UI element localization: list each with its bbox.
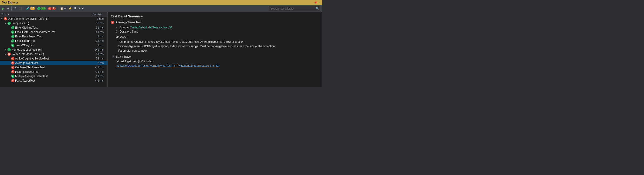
- stack-toggle[interactable]: −: [112, 55, 115, 58]
- status-icon: ✓: [11, 35, 14, 38]
- status-icon: ✕: [11, 70, 14, 73]
- item-duration: 1 ms: [89, 35, 107, 38]
- fail-icon: ✕: [8, 52, 11, 56]
- col-test-header[interactable]: Test ▲: [2, 13, 87, 15]
- search-button[interactable]: 🔍: [316, 7, 319, 10]
- list-item[interactable]: ✓ EmojiFaceSearchTest 1 ms: [0, 34, 107, 39]
- item-duration: 33 ms: [89, 22, 107, 25]
- test-list-panel: Test ▲ Duration ▼ ✕ UserSentimentAnalysi…: [0, 12, 108, 87]
- item-label: EmojiHeartsTest: [15, 39, 89, 42]
- message-line: Parameter name: index: [118, 49, 319, 53]
- status-icon: ✓: [11, 26, 14, 29]
- list-item[interactable]: ✓ EmojiHeartsTest < 1 ms: [0, 39, 107, 43]
- item-label: ActiveCognitiveServiceTest: [15, 57, 89, 60]
- run-dropdown-button[interactable]: ▼: [6, 7, 10, 10]
- passed-count-button[interactable]: ✓ 12: [36, 6, 47, 11]
- status-icon: ✕: [11, 57, 14, 60]
- pass-icon: ✓: [37, 7, 40, 10]
- source-icon: ≡: [116, 26, 120, 29]
- list-item[interactable]: ✕ GetTweetSentimentTest < 1 ms: [0, 65, 107, 69]
- fail-icon: ✕: [11, 61, 14, 65]
- item-duration: 942 ms: [89, 48, 107, 51]
- gear-dropdown-icon: ▼: [82, 7, 84, 10]
- stack-body: at List`1.get_Item(Int32 index)at Twitte…: [112, 59, 319, 68]
- item-label: ParseTweetTest: [15, 79, 89, 82]
- close-icon[interactable]: ✕: [318, 1, 320, 4]
- item-label: AverageTweetTest: [15, 61, 89, 65]
- list-item[interactable]: ✕ AverageTweetTest 3 ms: [0, 61, 107, 65]
- status-icon: ✓: [8, 21, 11, 25]
- stack-link-line[interactable]: at TwitterDataModelTests.AverageTweetTes…: [116, 64, 319, 68]
- lightning-button[interactable]: ⚡: [68, 6, 73, 10]
- list-item[interactable]: ✕ ActiveCognitiveServiceTest 58 ms: [0, 56, 107, 61]
- fail-icon: ✕: [11, 70, 14, 73]
- detail-fail-icon: ✕: [111, 21, 114, 24]
- search-input[interactable]: [269, 6, 320, 11]
- item-label: EmojiFaceSearchTest: [15, 35, 89, 38]
- list-item[interactable]: ✓ EmojiExtraSpecialCharatersTest < 1 ms: [0, 30, 107, 34]
- test-list-body[interactable]: ▼ ✕ UserSentimentAnalysis.Tests (17) 1 s…: [0, 16, 107, 87]
- fail-icon: ✕: [11, 79, 14, 82]
- list-item[interactable]: ✓ TearsOfJoyTest 1 ms: [0, 43, 107, 47]
- expander-collapse[interactable]: ▼: [4, 53, 8, 55]
- message-text: Test method UserSentimentAnalysis.Tests.…: [116, 40, 319, 53]
- status-icon: ✓: [11, 30, 14, 34]
- item-label: TwitterDataModelTests (6): [12, 52, 89, 56]
- item-duration: < 1 ms: [89, 30, 107, 34]
- pass-icon: ✓: [11, 75, 14, 78]
- list-button[interactable]: ☰: [73, 6, 78, 10]
- detail-panel: Test Detail Summary ✕ AverageTweetTest ≡…: [108, 12, 322, 87]
- item-label: EmojiTests (5): [12, 22, 89, 25]
- beaker-icon: 🧪: [26, 7, 30, 10]
- item-duration: 1 ms: [89, 44, 107, 47]
- expander-expand[interactable]: ▶: [4, 49, 8, 51]
- list-item[interactable]: ✕ HistoricalTweetTest < 1 ms: [0, 69, 107, 74]
- status-icon: ✕: [4, 17, 7, 20]
- fail-icon: ✕: [48, 7, 52, 10]
- run-all-button[interactable]: ▶: [1, 6, 5, 11]
- pass-icon: ✓: [11, 44, 14, 47]
- detail-source-row: ≡ Source: TwitterDataModelTests.cs line:…: [111, 26, 319, 29]
- beaker-count-button[interactable]: 🧪 17: [26, 6, 36, 10]
- item-duration: 61 ms: [89, 52, 107, 56]
- status-icon: ✓: [11, 43, 14, 47]
- list-item[interactable]: ✓ MultipleAverageTweetTest < 1 ms: [0, 74, 107, 78]
- failed-count-button[interactable]: ✕ 5: [47, 6, 56, 11]
- item-duration: 31 ms: [89, 26, 107, 29]
- item-duration: < 1 ms: [89, 75, 107, 78]
- list-item[interactable]: ▼ ✓ EmojiTests (5) 33 ms: [0, 21, 107, 25]
- item-label: GetTweetSentimentTest: [15, 66, 89, 69]
- duration-label: Duration:: [120, 30, 131, 33]
- list-item[interactable]: ▶ ✓ HomeControllerTests (6) 942 ms: [0, 47, 107, 52]
- title-bar-text: Test Explorer: [2, 1, 18, 4]
- list-item[interactable]: ▼ ✕ TwitterDataModelTests (6) 61 ms: [0, 52, 107, 56]
- list-item[interactable]: ✓ EmojiClothingTest 31 ms: [0, 25, 107, 30]
- detail-test-name-label: AverageTweetTest: [116, 20, 142, 24]
- playlist-button[interactable]: 📋 ▼: [59, 6, 67, 10]
- message-line: Test method UserSentimentAnalysis.Tests.…: [118, 40, 319, 44]
- status-icon: ✓: [11, 74, 14, 78]
- detail-title: Test Detail Summary: [111, 14, 319, 18]
- expander-collapse[interactable]: ▼: [0, 18, 4, 20]
- beaker-count-badge: 17: [30, 7, 35, 10]
- expander-collapse[interactable]: ▼: [4, 22, 8, 24]
- cancel-button[interactable]: ⬛: [18, 6, 23, 10]
- item-label: TearsOfJoyTest: [15, 44, 89, 47]
- list-item[interactable]: ✕ ParseTweetTest < 1 ms: [0, 78, 107, 83]
- gear-icon: ⚙: [79, 7, 81, 10]
- item-label: MultipleAverageTweetTest: [15, 75, 89, 78]
- refresh-icon: ↺: [14, 7, 16, 10]
- refresh-button[interactable]: ↺: [13, 6, 17, 11]
- fail-icon: ✕: [11, 57, 14, 60]
- title-bar: Test Explorer 📌 ✕: [0, 0, 322, 5]
- list-item[interactable]: ▼ ✕ UserSentimentAnalysis.Tests (17) 1 s…: [0, 16, 107, 21]
- status-icon: ✕: [8, 52, 11, 56]
- pin-icon[interactable]: 📌: [314, 1, 317, 4]
- stack-header: − Stack Trace:: [112, 55, 319, 58]
- gear-button[interactable]: ⚙ ▼: [78, 6, 85, 10]
- pass-icon: ✓: [8, 22, 11, 25]
- item-duration: < 1 ms: [89, 66, 107, 69]
- source-link[interactable]: TwitterDataModelTests.cs line: 56: [130, 26, 172, 29]
- item-duration: 1 sec: [89, 17, 107, 20]
- detail-test-name: ✕ AverageTweetTest: [111, 20, 319, 24]
